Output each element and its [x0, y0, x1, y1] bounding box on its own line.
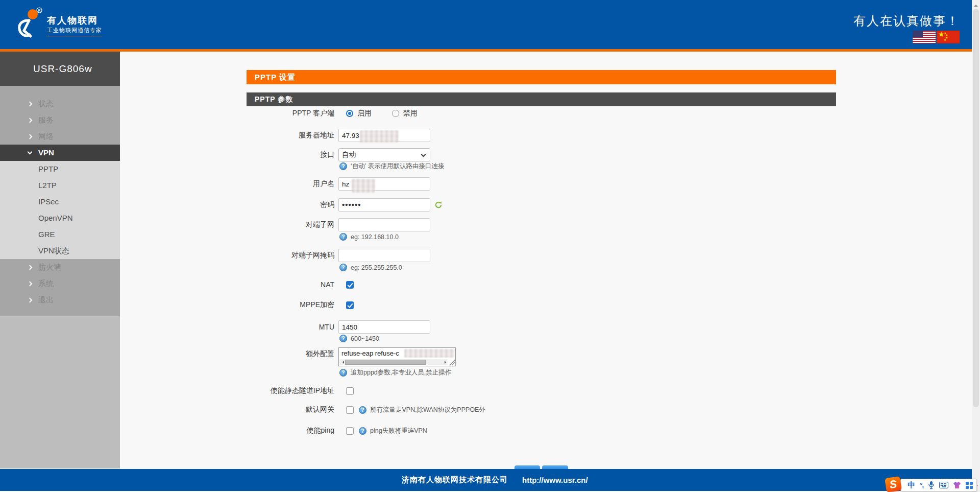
help-icon: ? — [339, 335, 347, 342]
disable-radio[interactable] — [392, 110, 399, 117]
toolbox-icon[interactable] — [966, 482, 973, 489]
hint-text: 600~1450 — [351, 335, 379, 342]
form-row-enable-ping: 使能ping ? ping失败将重连VPN — [247, 427, 427, 435]
sidebar-item-firewall[interactable]: 防火墙 — [0, 259, 120, 275]
scroll-right-arrow-icon[interactable] — [442, 359, 448, 365]
mppe-checkbox[interactable] — [346, 301, 354, 309]
help-icon: ? — [339, 264, 347, 271]
field-label: 接口 — [247, 150, 334, 159]
username-input[interactable] — [338, 177, 430, 191]
chevron-right-icon — [28, 101, 33, 106]
english-flag-icon[interactable] — [913, 31, 936, 43]
help-icon: ? — [339, 162, 347, 170]
enable-radio-label: 启用 — [357, 109, 372, 118]
ime-chinese-mode-button[interactable]: 中 — [908, 480, 915, 490]
sidebar-item-logout[interactable]: 退出 — [0, 292, 120, 308]
app-header: R 有人物联网 工业物联网通信专家 有人在认真做事！ ★ ★ ★ ★ ★ — [0, 0, 980, 49]
sidebar-item-gre[interactable]: GRE — [0, 226, 120, 243]
sidebar-item-system[interactable]: 系统 — [0, 275, 120, 292]
disable-radio-label: 禁用 — [403, 109, 418, 118]
form-row-mppe: MPPE加密 — [247, 301, 354, 309]
chevron-right-icon — [28, 297, 33, 302]
device-model: USR-G806w — [0, 52, 120, 86]
sidebar-item-l2tp[interactable]: L2TP — [0, 177, 120, 194]
form-row-extra-config: 额外配置 refuse-eap refuse-c — [247, 347, 456, 366]
chinese-flag-icon[interactable]: ★ ★ ★ ★ ★ — [937, 31, 960, 43]
interface-select-value: 自动 — [342, 151, 356, 158]
keyboard-icon[interactable] — [939, 482, 948, 488]
sidebar-item-services[interactable]: 服务 — [0, 112, 120, 128]
sidebar-item-label: 防火墙 — [38, 259, 61, 275]
field-label: 使能ping — [247, 426, 334, 435]
static-tunnel-ip-checkbox[interactable] — [346, 387, 354, 395]
field-label: 使能静态隧道IP地址 — [247, 386, 334, 395]
sidebar-item-vpn-status[interactable]: VPN状态 — [0, 243, 120, 259]
sidebar-item-label: VPN — [38, 145, 54, 161]
scroll-left-arrow-icon[interactable] — [339, 359, 345, 365]
peer-netmask-input[interactable] — [338, 249, 430, 262]
enable-ping-hint: ? ping失败将重连VPN — [359, 427, 427, 435]
sidebar-item-label: 服务 — [38, 112, 54, 128]
skin-icon[interactable] — [953, 481, 961, 489]
generate-password-icon[interactable] — [434, 201, 443, 209]
enable-ping-checkbox[interactable] — [346, 427, 354, 435]
footer-url-link[interactable]: http://www.usr.cn/ — [522, 476, 588, 484]
chevron-right-icon — [28, 265, 33, 270]
field-label: PPTP 客户端 — [247, 109, 334, 118]
chevron-right-icon — [28, 118, 33, 123]
chevron-down-icon — [421, 152, 426, 157]
sidebar: USR-G806w 状态 服务 网络 VPN PPTP L2TP IPSec — [0, 52, 120, 468]
sidebar-item-label: 退出 — [38, 292, 54, 308]
ime-punctuation-button[interactable]: °, — [920, 481, 923, 489]
peer-subnet-input[interactable] — [338, 218, 430, 231]
field-label: MPPE加密 — [247, 300, 334, 310]
microphone-icon[interactable] — [928, 481, 935, 489]
vertical-scrollbar[interactable] — [972, 0, 980, 492]
form-row-interface: 接口 自动 — [247, 148, 430, 161]
peer-subnet-hint: ? eg: 192.168.10.0 — [339, 233, 399, 241]
svg-text:R: R — [38, 9, 40, 12]
interface-hint: ? ‘自动’ 表示使用默认路由接口连接 — [339, 162, 445, 171]
horizontal-scrollbar[interactable] — [339, 359, 448, 365]
sidebar-item-openvpn[interactable]: OpenVPN — [0, 210, 120, 226]
password-input[interactable]: •••••• — [338, 198, 430, 212]
sidebar-item-ipsec[interactable]: IPSec — [0, 194, 120, 210]
default-gateway-checkbox[interactable] — [346, 406, 354, 414]
field-label: 对端子网掩码 — [247, 251, 334, 260]
footer-company: 济南有人物联网技术有限公司 — [402, 475, 508, 485]
form-row-password: 密码 •••••• — [247, 198, 443, 212]
form-row-username: 用户名 — [247, 177, 430, 191]
sidebar-item-vpn[interactable]: VPN — [0, 145, 120, 161]
field-label: 额外配置 — [247, 349, 334, 359]
interface-select[interactable]: 自动 — [338, 148, 430, 161]
form-row-peer-netmask: 对端子网掩码 — [247, 249, 430, 262]
hint-text: 追加pppd参数,非专业人员,禁止操作 — [351, 368, 451, 377]
sidebar-item-network[interactable]: 网络 — [0, 128, 120, 145]
field-label: 对端子网 — [247, 220, 334, 229]
form-row-server-address: 服务器地址 — [247, 129, 430, 142]
scrollbar-thumb[interactable] — [973, 9, 979, 407]
vpn-submenu: PPTP L2TP IPSec OpenVPN GRE VPN状态 — [0, 161, 120, 259]
field-label: 默认网关 — [247, 405, 334, 414]
sogou-logo-icon[interactable]: S — [885, 476, 902, 492]
scrollbar-thumb[interactable] — [345, 360, 426, 365]
extra-config-textarea[interactable]: refuse-eap refuse-c — [338, 347, 456, 366]
sidebar-menu: 状态 服务 网络 VPN PPTP L2TP IPSec OpenVPN GRE… — [0, 86, 120, 316]
extra-config-hint: ? 追加pppd参数,非专业人员,禁止操作 — [339, 368, 451, 377]
enable-radio[interactable] — [346, 110, 353, 117]
server-address-input[interactable] — [338, 129, 430, 142]
sidebar-item-status[interactable]: 状态 — [0, 96, 120, 112]
header-accent-stripe — [0, 49, 980, 52]
field-label: 服务器地址 — [247, 131, 334, 140]
nat-checkbox[interactable] — [346, 281, 354, 289]
hint-text: ‘自动’ 表示使用默认路由接口连接 — [351, 162, 445, 171]
scroll-up-arrow-icon[interactable] — [974, 3, 978, 7]
hint-text: ping失败将重连VPN — [370, 427, 427, 435]
default-gateway-hint: ? 所有流量走VPN,除WAN协议为PPPOE外 — [359, 406, 485, 414]
mtu-input[interactable] — [338, 320, 430, 334]
sidebar-item-pptp[interactable]: PPTP — [0, 161, 120, 177]
hint-text: eg: 192.168.10.0 — [351, 233, 399, 241]
brand-logo-icon: R — [15, 7, 44, 39]
resize-handle-icon[interactable] — [449, 359, 455, 365]
chevron-right-icon — [28, 134, 33, 139]
